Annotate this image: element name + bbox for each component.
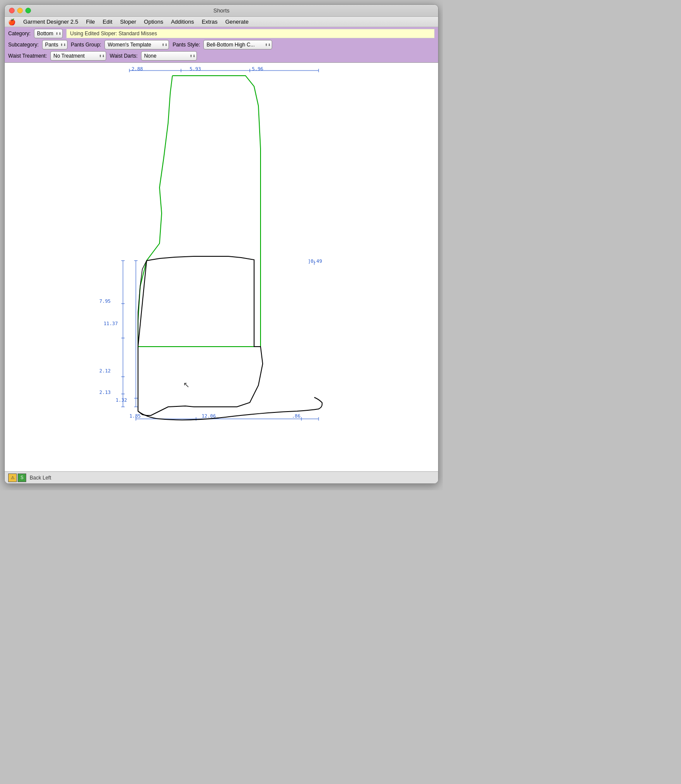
waist-treatment-label: Waist Treatment: xyxy=(8,53,47,59)
category-label: Category: xyxy=(8,31,31,37)
statusbar-icons: ⚠ S xyxy=(8,473,26,482)
waist-darts-label: Waist Darts: xyxy=(110,53,138,59)
waist-treatment-select-wrapper[interactable]: No Treatment xyxy=(50,51,106,61)
pants-style-label: Pants Style: xyxy=(172,42,200,48)
canvas-area[interactable]: 2.88 5.93 5.96 ]0.49 7.95 11.37 2.12 2.1… xyxy=(5,63,438,471)
menu-sloper[interactable]: Sloper xyxy=(117,18,140,26)
toolbar-row-1: Category: Bottom Using Edited Sloper: St… xyxy=(8,29,435,38)
toolbar-row-3: Waist Treatment: No Treatment Waist Dart… xyxy=(8,51,435,61)
menu-generate[interactable]: Generate xyxy=(222,18,252,26)
apple-menu[interactable]: 🍎 xyxy=(8,18,15,25)
menu-garment[interactable]: Garment Designer 2.5 xyxy=(20,18,82,26)
waist-darts-select-wrapper[interactable]: None xyxy=(141,51,197,61)
menu-edit[interactable]: Edit xyxy=(99,18,116,26)
category-select-wrapper[interactable]: Bottom xyxy=(34,29,63,38)
waist-treatment-select[interactable]: No Treatment xyxy=(50,51,106,61)
category-select[interactable]: Bottom xyxy=(34,29,63,38)
menu-file[interactable]: File xyxy=(83,18,98,26)
app-window: Shorts 🍎 Garment Designer 2.5 File Edit … xyxy=(4,4,439,484)
close-button[interactable] xyxy=(9,8,15,13)
subcategory-select-wrapper[interactable]: Pants xyxy=(42,40,67,49)
sloper-info: Using Edited Sloper: Standard Misses xyxy=(66,29,435,38)
pants-group-select[interactable]: Women's Template xyxy=(104,40,169,49)
toolbar-row-2: Subcategory: Pants Pants Group: Women's … xyxy=(8,40,435,49)
menu-additions[interactable]: Additions xyxy=(168,18,197,26)
statusbar: ⚠ S Back Left xyxy=(5,471,438,483)
titlebar: Shorts xyxy=(5,5,438,17)
pants-group-select-wrapper[interactable]: Women's Template xyxy=(104,40,169,49)
pants-style-select[interactable]: Bell-Bottom High C... xyxy=(203,40,272,49)
statusbar-label: Back Left xyxy=(30,475,51,481)
pants-group-label: Pants Group: xyxy=(71,42,101,48)
svg-text:↖: ↖ xyxy=(183,381,190,389)
menu-options[interactable]: Options xyxy=(141,18,167,26)
dollar-icon[interactable]: S xyxy=(18,473,26,482)
pants-style-select-wrapper[interactable]: Bell-Bottom High C... xyxy=(203,40,272,49)
minimize-button[interactable] xyxy=(17,8,23,13)
warning-icon[interactable]: ⚠ xyxy=(8,473,17,482)
traffic-lights xyxy=(9,8,31,13)
window-title: Shorts xyxy=(213,7,230,14)
menu-extras[interactable]: Extras xyxy=(198,18,221,26)
subcategory-select[interactable]: Pants xyxy=(42,40,67,49)
waist-darts-select[interactable]: None xyxy=(141,51,197,61)
subcategory-label: Subcategory: xyxy=(8,42,39,48)
maximize-button[interactable] xyxy=(25,8,31,13)
pattern-svg: ↖ xyxy=(5,63,438,437)
toolbar: Category: Bottom Using Edited Sloper: St… xyxy=(5,27,438,63)
menubar: 🍎 Garment Designer 2.5 File Edit Sloper … xyxy=(5,17,438,27)
